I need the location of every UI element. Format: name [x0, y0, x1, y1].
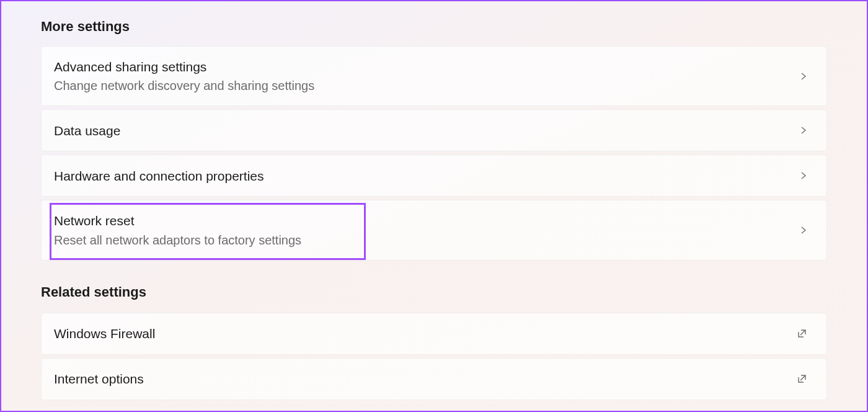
- hardware-connection-properties-item[interactable]: Hardware and connection properties: [41, 154, 827, 197]
- network-reset-item[interactable]: Network reset Reset all network adaptors…: [41, 200, 827, 260]
- item-subtitle: Change network discovery and sharing set…: [54, 77, 314, 94]
- item-title: Advanced sharing settings: [54, 58, 314, 76]
- more-settings-header: More settings: [41, 19, 827, 35]
- item-title: Windows Firewall: [54, 325, 155, 343]
- related-settings-header: Related settings: [41, 284, 827, 300]
- chevron-right-icon: [799, 171, 808, 180]
- advanced-sharing-settings-item[interactable]: Advanced sharing settings Change network…: [41, 46, 827, 106]
- item-title: Internet options: [54, 370, 144, 388]
- chevron-right-icon: [799, 226, 808, 235]
- item-subtitle: Reset all network adaptors to factory se…: [54, 231, 301, 249]
- item-title: Data usage: [54, 122, 120, 140]
- windows-firewall-item[interactable]: Windows Firewall: [41, 313, 827, 355]
- chevron-right-icon: [799, 126, 808, 135]
- item-title: Hardware and connection properties: [54, 167, 264, 185]
- item-title: Network reset: [54, 212, 301, 230]
- data-usage-item[interactable]: Data usage: [41, 109, 827, 151]
- internet-options-item[interactable]: Internet options: [41, 358, 827, 400]
- external-link-icon: [797, 328, 808, 339]
- external-link-icon: [797, 374, 808, 385]
- chevron-right-icon: [799, 72, 808, 81]
